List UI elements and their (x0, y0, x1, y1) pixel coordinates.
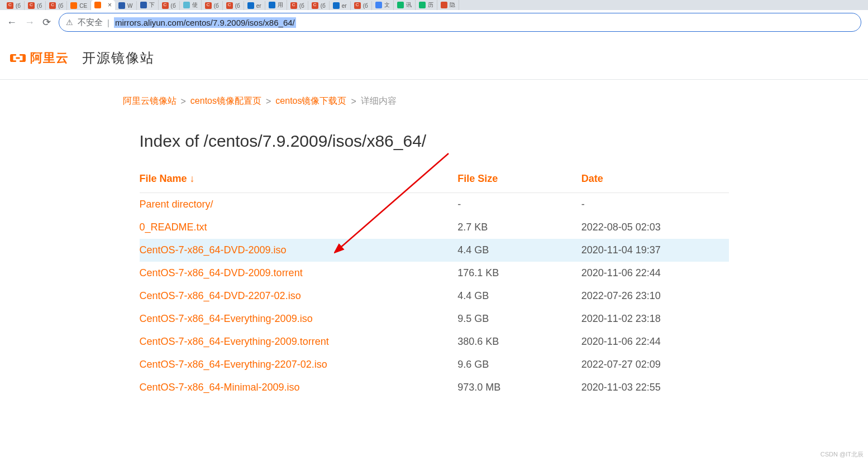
table-row: CentOS-7-x86_64-Everything-2207-02.iso9.… (140, 353, 729, 376)
file-size: 2.7 KB (457, 216, 581, 239)
aliyun-logo-icon (10, 51, 26, 65)
close-icon[interactable]: × (108, 1, 112, 9)
file-size: 4.4 GB (457, 285, 581, 307)
tab-favicon (28, 2, 35, 9)
file-link[interactable]: CentOS-7-x86_64-Everything-2009.iso (140, 313, 313, 324)
listing-card: Index of /centos/7.9.2009/isos/x86_64/ F… (123, 117, 746, 413)
tab-label: 隐 (450, 1, 455, 9)
tab-favicon (7, 2, 13, 9)
address-bar[interactable]: ⚠ 不安全 | mirrors.aliyun.com/centos/7.9.20… (59, 13, 861, 32)
browser-tab[interactable]: × (91, 0, 115, 10)
col-header-size[interactable]: File Size (457, 167, 581, 193)
browser-tab-strip: (б(б(бCE×W下(б使(б(бer用(б(бer(б文讯历隐 (0, 0, 868, 10)
tab-favicon (118, 2, 125, 9)
aliyun-logo-text: 阿里云 (30, 50, 69, 66)
browser-tab[interactable]: (б (351, 1, 372, 10)
tab-label: 使 (192, 1, 198, 9)
tab-label: (б (58, 3, 63, 9)
tab-favicon (70, 2, 77, 9)
tab-favicon (49, 2, 56, 9)
breadcrumb-separator: > (266, 97, 271, 107)
breadcrumb-separator: > (351, 97, 356, 107)
forward-button[interactable]: → (25, 17, 35, 28)
browser-tab[interactable]: er (244, 1, 265, 10)
browser-tab[interactable]: (б (46, 1, 67, 10)
breadcrumb-link[interactable]: centos镜像配置页 (190, 95, 261, 107)
file-size: 176.1 KB (457, 262, 581, 285)
browser-tab[interactable]: 下 (137, 0, 159, 10)
breadcrumb-link[interactable]: centos镜像下载页 (275, 95, 346, 107)
tab-label: (б (16, 3, 21, 9)
browser-tab[interactable]: 历 (416, 0, 437, 10)
file-link[interactable]: CentOS-7-x86_64-Everything-2207-02.iso (140, 359, 327, 370)
url-text[interactable]: mirrors.aliyun.com/centos/7.9.2009/isos/… (114, 17, 296, 28)
file-date: 2020-11-03 22:55 (581, 376, 729, 399)
tab-favicon (375, 2, 382, 8)
tab-label: (б (214, 3, 219, 9)
browser-tab[interactable]: er (330, 1, 351, 10)
browser-tab[interactable]: W (115, 1, 136, 10)
table-row: 0_README.txt2.7 KB2022-08-05 02:03 (140, 216, 729, 239)
tab-label: (б (171, 3, 176, 9)
aliyun-logo[interactable]: 阿里云 (10, 50, 69, 66)
file-link[interactable]: 0_README.txt (140, 222, 207, 233)
file-link[interactable]: CentOS-7-x86_64-Everything-2009.torrent (140, 336, 329, 347)
tab-favicon (397, 2, 404, 8)
browser-tab[interactable]: (б (159, 1, 180, 10)
col-header-date[interactable]: Date (581, 167, 729, 193)
file-link[interactable]: CentOS-7-x86_64-DVD-2009.torrent (140, 267, 303, 278)
tab-label: CE (79, 3, 87, 9)
browser-tab[interactable]: 文 (372, 0, 394, 10)
tab-favicon (441, 2, 447, 8)
file-date: 2022-08-05 02:03 (581, 216, 729, 239)
browser-tab[interactable]: (б (223, 1, 244, 10)
file-date: 2020-11-02 23:18 (581, 307, 729, 330)
browser-tab[interactable]: (б (202, 1, 223, 10)
table-row: CentOS-7-x86_64-Minimal-2009.iso973.0 MB… (140, 376, 729, 399)
browser-nav-bar: ← → ⟳ ⚠ 不安全 | mirrors.aliyun.com/centos/… (0, 10, 868, 35)
tab-favicon (312, 2, 318, 9)
tab-favicon (94, 2, 101, 8)
col-header-name[interactable]: File Name ↓ (140, 167, 458, 193)
browser-tab[interactable]: 使 (180, 0, 202, 10)
tab-label: 历 (428, 1, 433, 9)
tab-favicon (419, 2, 426, 8)
file-size: 9.6 GB (457, 353, 581, 376)
tab-favicon (226, 2, 233, 9)
tab-label: 用 (278, 1, 283, 9)
browser-tab[interactable]: 讯 (394, 0, 416, 10)
browser-tab[interactable]: (б (25, 1, 46, 10)
tab-favicon (354, 2, 361, 9)
file-size: 973.0 MB (457, 376, 581, 399)
tab-favicon (205, 2, 212, 9)
tab-label: (б (235, 3, 240, 9)
browser-tab[interactable]: (б (308, 1, 330, 10)
tab-label: er (342, 3, 347, 9)
page-title: Index of /centos/7.9.2009/isos/x86_64/ (140, 132, 729, 151)
warning-icon: ⚠ (66, 18, 73, 27)
browser-tab[interactable]: (б (287, 1, 308, 10)
browser-tab[interactable]: 隐 (437, 0, 459, 10)
back-button[interactable]: ← (7, 17, 17, 28)
breadcrumb-link[interactable]: 阿里云镜像站 (123, 95, 177, 107)
file-size: 9.5 GB (457, 307, 581, 330)
file-size: - (457, 193, 581, 216)
browser-tab[interactable]: CE (67, 1, 91, 10)
browser-tab[interactable]: (б (3, 1, 25, 10)
tab-favicon (247, 2, 254, 9)
file-link[interactable]: CentOS-7-x86_64-DVD-2207-02.iso (140, 290, 301, 301)
insecure-label: 不安全 (78, 17, 103, 28)
tab-favicon (183, 2, 190, 8)
site-title: 开源镜像站 (82, 49, 155, 67)
file-link[interactable]: Parent directory/ (140, 199, 213, 210)
table-row: CentOS-7-x86_64-Everything-2009.iso9.5 G… (140, 307, 729, 330)
tab-favicon (333, 2, 340, 9)
reload-button[interactable]: ⟳ (42, 16, 51, 28)
file-link[interactable]: CentOS-7-x86_64-DVD-2009.iso (140, 244, 287, 256)
file-date: 2020-11-06 22:44 (581, 262, 729, 285)
browser-tab[interactable]: 用 (265, 0, 287, 10)
file-table: File Name ↓ File Size Date Parent direct… (140, 167, 729, 399)
file-link[interactable]: CentOS-7-x86_64-Minimal-2009.iso (140, 382, 300, 393)
table-row: CentOS-7-x86_64-DVD-2009.torrent176.1 KB… (140, 262, 729, 285)
tab-favicon (290, 2, 297, 9)
